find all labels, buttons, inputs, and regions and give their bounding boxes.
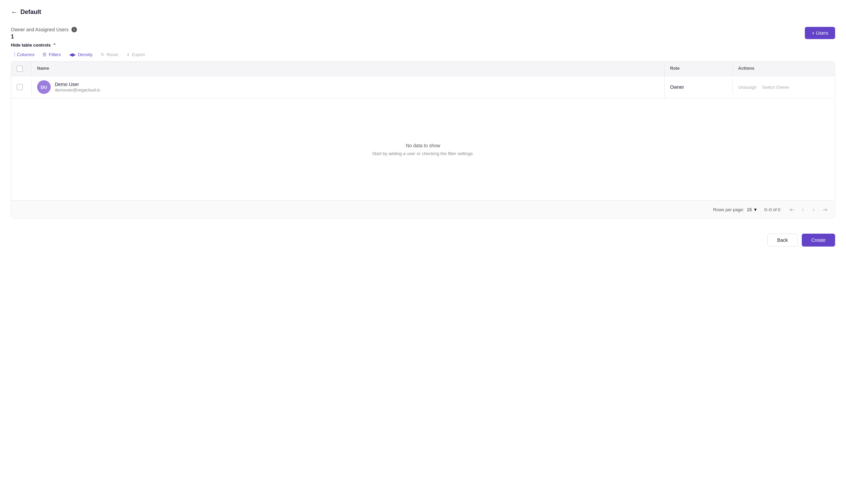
reset-button[interactable]: ↻ Reset	[101, 52, 118, 57]
filters-button[interactable]: ☰ Filters	[43, 52, 61, 57]
table-row: DU Demo User demouser@vegacloud.io Owner…	[11, 76, 835, 98]
section-title-area: Owner and Assigned Users i 1	[11, 27, 77, 40]
section-title: Owner and Assigned Users i	[11, 27, 77, 32]
user-count: 1	[11, 34, 77, 40]
row-checkbox[interactable]	[17, 84, 23, 90]
back-arrow-icon: ←	[11, 8, 18, 16]
chevron-up-icon: ⌃	[53, 43, 56, 48]
chevron-down-icon: ▼	[753, 207, 758, 212]
td-actions: Unassign Switch Owner	[733, 81, 835, 94]
page-title: Default	[20, 9, 41, 16]
role-value: Owner	[670, 84, 684, 90]
table-toolbar: ⎹ Columns ☰ Filters ◀▶ Density ↻ Reset ⇓…	[11, 52, 835, 57]
table-footer: Rows per page: 15 ▼ 0–0 of 0 ⇤ ‹ › ⇥	[11, 200, 835, 218]
pagination-controls: ⇤ ‹ › ⇥	[787, 205, 829, 214]
pagination-info: 0–0 of 0	[764, 207, 780, 212]
empty-subtitle: Start by adding a user or checking the f…	[372, 151, 474, 156]
info-icon[interactable]: i	[71, 27, 77, 32]
export-button[interactable]: ⇓ Export	[126, 52, 145, 57]
first-page-button[interactable]: ⇤	[787, 205, 797, 214]
empty-state: No data to show Start by adding a user o…	[11, 98, 835, 200]
user-info: Demo User demouser@vegacloud.io	[55, 82, 100, 93]
rows-per-page-value: 15	[747, 207, 752, 212]
export-icon: ⇓	[126, 52, 130, 57]
switch-owner-button[interactable]: Switch Owner	[762, 85, 789, 90]
add-users-label: + Users	[812, 30, 828, 36]
unassign-button[interactable]: Unassign	[738, 85, 756, 90]
columns-button[interactable]: ⎹ Columns	[11, 52, 34, 57]
columns-icon: ⎹	[11, 52, 15, 57]
back-link[interactable]: ← Default	[11, 8, 835, 16]
density-icon: ◀▶	[69, 52, 76, 57]
reset-icon: ↻	[101, 52, 104, 57]
td-name: DU Demo User demouser@vegacloud.io	[32, 76, 665, 98]
table-header-row: Name Role Actions	[11, 62, 835, 76]
rows-per-page-label: Rows per page:	[713, 207, 744, 212]
user-cell: DU Demo User demouser@vegacloud.io	[37, 80, 659, 94]
th-checkbox	[11, 62, 32, 76]
avatar: DU	[37, 80, 51, 94]
rows-per-page-select[interactable]: 15 ▼	[747, 207, 758, 212]
last-page-button[interactable]: ⇥	[820, 205, 829, 214]
bottom-bar: Back Create	[11, 227, 835, 253]
hide-table-controls-toggle[interactable]: Hide table controls ⌃	[11, 43, 835, 48]
empty-title: No data to show	[406, 143, 440, 148]
user-name: Demo User	[55, 82, 100, 87]
select-all-checkbox[interactable]	[17, 66, 23, 72]
actions-cell: Unassign Switch Owner	[738, 85, 829, 90]
density-button[interactable]: ◀▶ Density	[69, 52, 93, 57]
user-email: demouser@vegacloud.io	[55, 88, 100, 93]
td-role: Owner	[665, 80, 733, 94]
th-actions: Actions	[733, 62, 835, 76]
th-name: Name	[32, 62, 665, 76]
rows-per-page-control: Rows per page: 15 ▼	[713, 207, 758, 212]
td-checkbox	[11, 80, 32, 94]
back-button[interactable]: Back	[767, 234, 798, 247]
add-users-button[interactable]: + Users	[805, 27, 835, 39]
filters-icon: ☰	[43, 52, 47, 57]
section-header: Owner and Assigned Users i 1 + Users	[11, 27, 835, 40]
prev-page-button[interactable]: ‹	[798, 205, 808, 214]
th-role: Role	[665, 62, 733, 76]
next-page-button[interactable]: ›	[809, 205, 818, 214]
users-table: Name Role Actions DU Demo User demouser@…	[11, 61, 835, 219]
create-button[interactable]: Create	[802, 234, 835, 247]
